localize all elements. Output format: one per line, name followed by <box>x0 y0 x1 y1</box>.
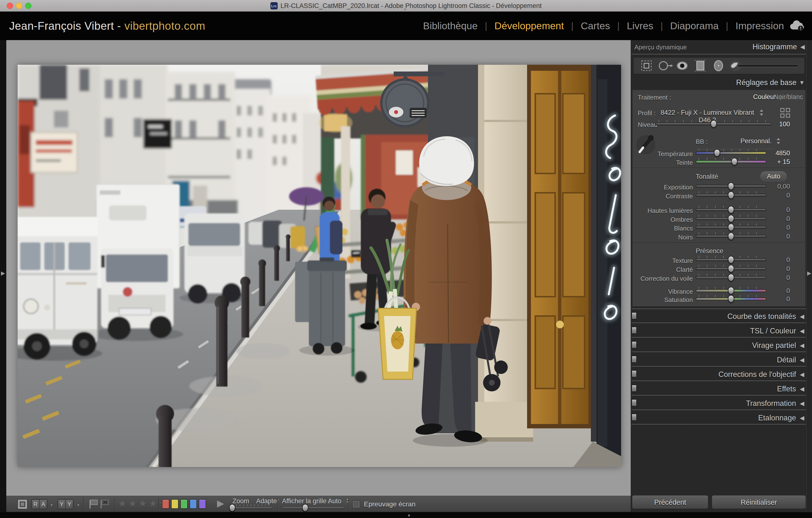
slider-value[interactable]: 0 <box>763 287 790 295</box>
right-panel-collapse-icon[interactable]: ▶ <box>807 270 811 276</box>
reset-button[interactable]: Réinitialiser <box>712 495 806 509</box>
slider-value[interactable]: 0 <box>763 256 790 264</box>
panel-detail[interactable]: Détail ◀ <box>631 354 807 368</box>
whites-slider[interactable] <box>696 226 766 229</box>
highlights-thumb[interactable] <box>728 206 734 214</box>
treatment-color-option[interactable]: Couleur <box>753 93 776 101</box>
panel-collapse-icon[interactable]: ◀ <box>800 357 804 363</box>
module-develop[interactable]: Développement <box>494 20 564 32</box>
red-eye-icon[interactable] <box>677 62 687 69</box>
exposure-thumb[interactable] <box>728 182 734 190</box>
wb-value[interactable]: Personnal. <box>741 138 772 145</box>
contrast-thumb[interactable] <box>728 191 734 199</box>
blacks-thumb[interactable] <box>728 233 734 240</box>
vibrance-slider[interactable] <box>696 289 766 292</box>
panel-toggle[interactable] <box>632 399 637 406</box>
panel-collapse-icon[interactable]: ◀ <box>800 342 804 349</box>
reference-dropdown-icon[interactable]: ▾ <box>51 503 53 507</box>
histogram-header[interactable]: Aperçu dynamique Histogramme ◀ <box>631 41 807 52</box>
module-print[interactable]: Impression <box>735 20 784 32</box>
histogram-collapse-icon[interactable]: ◀ <box>801 43 805 50</box>
clarity-thumb[interactable] <box>728 265 734 273</box>
panel-toggle[interactable] <box>632 385 637 392</box>
treatment-bw-option[interactable]: Noir/blanc <box>774 93 803 101</box>
panel-toggle[interactable] <box>632 312 637 319</box>
panel-collapse-icon[interactable]: ◀ <box>800 400 804 407</box>
slider-value[interactable]: 0 <box>763 224 790 232</box>
filmstrip-expand-icon[interactable]: ▲ <box>407 513 411 518</box>
color-label-purple[interactable] <box>199 499 206 509</box>
basic-panel-header[interactable]: Réglages de base ▼ <box>631 77 807 89</box>
panel-collapse-icon[interactable]: ◀ <box>800 386 804 392</box>
tint-slider[interactable] <box>696 160 766 163</box>
grid-mode-stepper[interactable] <box>346 498 349 503</box>
panel-tone-curve[interactable]: Courbe des tonalités ◀ <box>631 310 807 324</box>
before-after-button[interactable]: Y Y <box>58 499 74 509</box>
color-label-green[interactable] <box>180 499 188 509</box>
panel-calibration[interactable]: Etalonnage ◀ <box>631 412 807 426</box>
grid-mode-value[interactable]: Auto <box>328 497 342 505</box>
loupe-view-button[interactable] <box>18 499 28 509</box>
play-icon[interactable]: ▶ <box>217 498 224 509</box>
radial-filter-icon[interactable] <box>714 61 723 71</box>
temperature-thumb[interactable] <box>714 149 720 157</box>
panel-lens-corrections[interactable]: Corrections de l'objectif ◀ <box>631 368 807 382</box>
panel-transform[interactable]: Transformation ◀ <box>631 397 807 411</box>
exposure-slider[interactable] <box>696 185 766 188</box>
adjustment-brush-icon[interactable] <box>730 60 798 71</box>
slider-value[interactable]: 0 <box>763 233 790 240</box>
panel-collapse-icon[interactable]: ◀ <box>800 328 804 334</box>
vibrance-thumb[interactable] <box>728 287 734 295</box>
slider-value[interactable]: 0 <box>763 274 790 282</box>
panel-toggle[interactable] <box>632 327 637 334</box>
fit-label[interactable]: Adapter <box>256 497 279 505</box>
module-book[interactable]: Livres <box>627 20 653 32</box>
auto-tone-button[interactable]: Auto <box>760 171 787 182</box>
saturation-slider[interactable] <box>696 297 766 300</box>
panel-effects[interactable]: Effets ◀ <box>631 383 807 397</box>
panel-toggle[interactable] <box>632 341 637 348</box>
color-label-blue[interactable] <box>190 499 197 509</box>
texture-thumb[interactable] <box>728 256 734 264</box>
color-label-yellow[interactable] <box>171 499 179 509</box>
highlights-slider[interactable] <box>696 208 766 211</box>
flag-icons[interactable] <box>88 498 110 510</box>
temperature-slider[interactable] <box>696 151 766 154</box>
grid-slider-thumb[interactable] <box>302 504 308 512</box>
amount-value[interactable]: 100 <box>763 121 790 128</box>
dehaze-slider[interactable] <box>696 276 766 279</box>
wb-stepper[interactable] <box>776 138 780 145</box>
basic-expand-icon[interactable]: ▼ <box>799 79 805 86</box>
panel-hsl-color[interactable]: TSL / Couleur ◀ <box>631 325 807 339</box>
amount-slider[interactable] <box>656 122 772 125</box>
slider-value[interactable]: 0 <box>763 265 790 273</box>
tint-thumb[interactable] <box>731 158 737 165</box>
texture-slider[interactable] <box>696 258 766 261</box>
panel-collapse-icon[interactable]: ◀ <box>800 415 804 421</box>
shadows-slider[interactable] <box>696 217 766 220</box>
slider-value[interactable]: 4850 <box>763 150 790 157</box>
profile-stepper[interactable] <box>759 109 763 116</box>
module-library[interactable]: Bibliothèque <box>423 20 478 32</box>
photo-canvas[interactable] <box>18 65 621 467</box>
grid-slider[interactable] <box>282 507 344 509</box>
dehaze-thumb[interactable] <box>728 274 734 281</box>
color-label-red[interactable] <box>162 499 169 509</box>
left-panel-expand-icon[interactable]: ▶ <box>1 270 5 276</box>
panel-toggle[interactable] <box>632 370 637 377</box>
profile-browser-icon[interactable] <box>780 108 790 118</box>
module-map[interactable]: Cartes <box>581 20 610 32</box>
saturation-thumb[interactable] <box>728 295 734 303</box>
module-slideshow[interactable]: Diaporama <box>670 20 719 32</box>
contrast-slider[interactable] <box>696 194 766 197</box>
slider-value[interactable]: 0 <box>763 215 790 223</box>
slider-value[interactable]: 0 <box>763 206 790 214</box>
before-after-dropdown-icon[interactable]: ▾ <box>77 503 79 507</box>
panel-collapse-icon[interactable]: ◀ <box>800 313 804 320</box>
zoom-slider-thumb[interactable] <box>229 504 235 512</box>
crop-icon[interactable] <box>642 61 651 70</box>
zoom-label[interactable]: Zoom <box>232 497 249 505</box>
slider-value[interactable]: + 15 <box>763 158 790 166</box>
amount-thumb[interactable] <box>710 120 717 128</box>
zoom-slider[interactable] <box>231 507 272 509</box>
